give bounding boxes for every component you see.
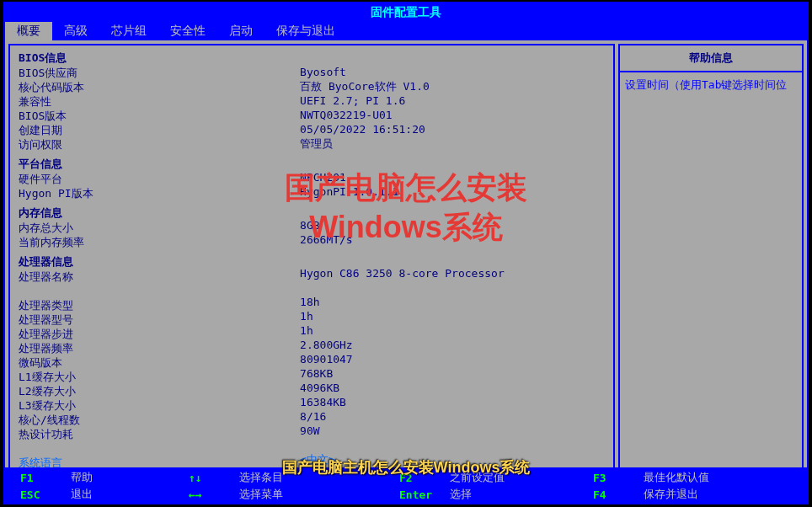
key-updown: ↑↓ <box>189 472 231 484</box>
cpu-freq-label: 处理器频率 <box>19 341 300 355</box>
key-f4: F4 <box>593 488 635 501</box>
build-date-value: 05/05/2022 16:51:20 <box>300 122 605 136</box>
system-language-value[interactable]: <中文> <box>300 452 605 467</box>
compat-value: UEFI 2.7; PI 1.6 <box>300 93 605 108</box>
labels-column: BIOS信息 BIOS供应商 核心代码版本 兼容性 BIOS版本 创建日期 访问… <box>19 51 300 475</box>
cpu-name-value: Hygon C86 3250 8-core Processor <box>300 266 605 295</box>
spacer-v3 <box>300 204 605 218</box>
microcode-value: 80901047 <box>300 352 605 366</box>
values-column: Byosoft 百敖 ByoCore软件 V1.0 UEFI 2.7; PI 1… <box>300 51 605 475</box>
key-f2: F2 <box>399 472 441 484</box>
main-panel: BIOS信息 BIOS供应商 核心代码版本 兼容性 BIOS版本 创建日期 访问… <box>8 44 615 482</box>
label-previous: 之前设定值 <box>450 470 517 485</box>
l3-value: 16384KB <box>300 395 605 409</box>
tab-exit[interactable]: 保存与退出 <box>264 22 347 40</box>
build-date-label: 创建日期 <box>19 123 300 137</box>
spacer-v <box>300 51 605 65</box>
hygon-pi-value: HygonPI 1.0.1.1 <box>300 184 605 199</box>
footer-row-1: F1帮助 ↑↓选择条目 F2之前设定值 F3最佳化默认值 <box>3 469 809 486</box>
mem-total-label: 内存总大小 <box>19 221 300 235</box>
help-title: 帮助信息 <box>620 45 802 72</box>
core-version-label: 核心代码版本 <box>19 80 300 94</box>
footer-row-2: ESC退出 ←→选择菜单 Enter选择 F4保存并退出 <box>3 486 809 503</box>
label-help: 帮助 <box>71 470 138 485</box>
spacer-v4 <box>300 252 605 266</box>
mem-total-value: 8GB <box>300 218 605 232</box>
cpu-spacer <box>19 284 300 298</box>
tab-summary[interactable]: 概要 <box>5 22 52 40</box>
bios-version-label: BIOS版本 <box>19 109 300 123</box>
core-version-value: 百敖 ByoCore软件 V1.0 <box>300 79 605 93</box>
l1-label: L1缓存大小 <box>19 370 300 384</box>
bios-vendor-value: Byosoft <box>300 65 605 79</box>
label-exit: 退出 <box>71 487 138 502</box>
access-label: 访问权限 <box>19 137 300 152</box>
footer-bar: F1帮助 ↑↓选择条目 F2之前设定值 F3最佳化默认值 ESC退出 ←→选择菜… <box>3 467 809 504</box>
hw-platform-value: NPCH201 <box>300 170 605 184</box>
label-save-exit: 保存并退出 <box>644 487 711 502</box>
cpu-freq-value: 2.800GHz <box>300 338 605 352</box>
mem-freq-label: 当前内存频率 <box>19 235 300 249</box>
tdp-value: 90W <box>300 424 605 438</box>
tdp-label: 热设计功耗 <box>19 427 300 441</box>
spacer <box>19 441 300 456</box>
cpu-stepping-label: 处理器步进 <box>19 327 300 341</box>
key-esc: ESC <box>20 488 62 501</box>
l2-label: L2缓存大小 <box>19 384 300 398</box>
l2-value: 4096KB <box>300 381 605 395</box>
bios-window: 固件配置工具 概要 高级 芯片组 安全性 启动 保存与退出 BIOS信息 BIO… <box>3 2 809 487</box>
label-select: 选择 <box>450 487 517 502</box>
hygon-pi-label: Hygon PI版本 <box>19 186 300 200</box>
l1-value: 768KB <box>300 366 605 381</box>
cores-value: 8/16 <box>300 409 605 424</box>
window-title: 固件配置工具 <box>5 3 807 22</box>
tab-chipset[interactable]: 芯片组 <box>99 22 158 40</box>
tab-bar: 概要 高级 芯片组 安全性 启动 保存与退出 <box>5 22 807 40</box>
cpu-model-value: 1h <box>300 309 605 323</box>
tab-security[interactable]: 安全性 <box>158 22 217 40</box>
tab-boot[interactable]: 启动 <box>217 22 264 40</box>
spacer-v2 <box>300 156 605 170</box>
key-enter: Enter <box>399 488 441 501</box>
cpu-section-header: 处理器信息 <box>19 254 300 270</box>
key-f3: F3 <box>593 472 635 484</box>
label-select-menu: 选择菜单 <box>239 487 307 502</box>
hw-platform-label: 硬件平台 <box>19 172 300 186</box>
help-panel: 帮助信息 设置时间（使用Tab键选择时间位 <box>618 44 804 482</box>
mem-freq-value: 2666MT/s <box>300 232 605 247</box>
key-leftright: ←→ <box>189 488 231 501</box>
bios-vendor-label: BIOS供应商 <box>19 66 300 80</box>
tab-advanced[interactable]: 高级 <box>52 22 99 40</box>
memory-section-header: 内存信息 <box>19 205 300 221</box>
key-f1: F1 <box>20 472 62 484</box>
access-value: 管理员 <box>300 136 605 151</box>
help-content: 设置时间（使用Tab键选择时间位 <box>620 72 802 98</box>
platform-section-header: 平台信息 <box>19 157 300 172</box>
cpu-stepping-value: 1h <box>300 323 605 338</box>
cores-label: 核心/线程数 <box>19 413 300 427</box>
l3-label: L3缓存大小 <box>19 398 300 413</box>
cpu-name-label: 处理器名称 <box>19 270 300 284</box>
content-area: BIOS信息 BIOS供应商 核心代码版本 兼容性 BIOS版本 创建日期 访问… <box>5 40 807 485</box>
compat-label: 兼容性 <box>19 94 300 109</box>
cpu-type-label: 处理器类型 <box>19 298 300 312</box>
bios-section-header: BIOS信息 <box>19 51 300 66</box>
cpu-model-label: 处理器型号 <box>19 312 300 327</box>
microcode-label: 微码版本 <box>19 355 300 370</box>
bios-version-value: NWTQ032219-U01 <box>300 108 605 122</box>
spacer-v5 <box>300 438 605 452</box>
label-defaults: 最佳化默认值 <box>644 470 711 485</box>
cpu-type-value: 18h <box>300 295 605 309</box>
label-select-item: 选择条目 <box>239 470 307 485</box>
